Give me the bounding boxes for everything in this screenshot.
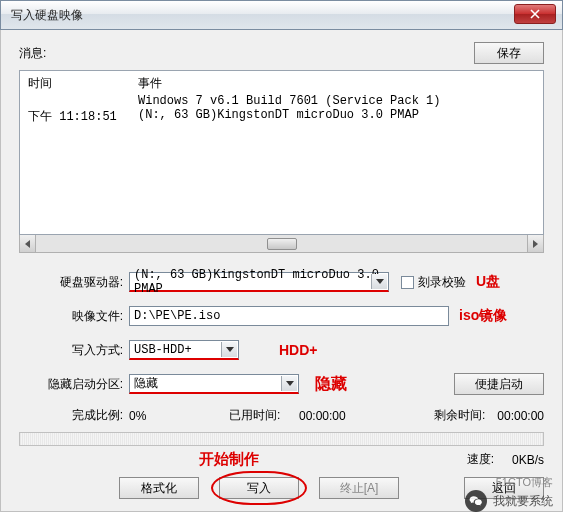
chevron-left-icon [25, 240, 30, 248]
verify-label: 刻录校验 [418, 274, 466, 291]
image-label: 映像文件: [19, 308, 129, 325]
chevron-down-icon [226, 347, 234, 352]
annotation-iso: iso镜像 [459, 307, 507, 325]
close-button[interactable] [514, 4, 556, 24]
scroll-left-button[interactable] [20, 235, 36, 252]
quick-boot-button[interactable]: 便捷启动 [454, 373, 544, 395]
log-col-event: 事件 [138, 75, 162, 92]
image-path-value: D:\PE\PE.iso [134, 309, 220, 323]
watermark-wechat: 我就要系统 [465, 490, 553, 512]
image-path-field[interactable]: D:\PE\PE.iso [129, 306, 449, 326]
remaining-label: 剩余时间: [434, 407, 485, 424]
dropdown-arrow[interactable] [281, 376, 297, 391]
close-icon [530, 9, 540, 19]
messages-label: 消息: [19, 45, 46, 62]
write-mode-value: USB-HDD+ [134, 343, 192, 357]
elapsed-label: 已用时间: [229, 407, 280, 424]
annotation-start: 开始制作 [199, 450, 259, 469]
speed-label: 速度: [467, 451, 494, 468]
log-event: (N:, 63 GB)KingstonDT microDuo 3.0 PMAP [138, 108, 419, 125]
annotation-hdd: HDD+ [279, 342, 318, 358]
format-button[interactable]: 格式化 [119, 477, 199, 499]
verify-checkbox[interactable] [401, 276, 414, 289]
scroll-thumb[interactable] [267, 238, 297, 250]
verify-checkbox-wrap[interactable]: 刻录校验 [401, 274, 466, 291]
write-mode-select[interactable]: USB-HDD+ [129, 340, 239, 360]
dialog-content: 消息: 保存 时间 事件 Windows 7 v6.1 Build 7601 (… [0, 30, 563, 512]
chevron-down-icon [376, 279, 384, 284]
log-time [28, 94, 138, 108]
chevron-down-icon [286, 381, 294, 386]
log-header: 时间 事件 [28, 75, 535, 94]
drive-value: (N:, 63 GB)KingstonDT microDuo 3.0 PMAP [134, 268, 388, 296]
mode-label: 写入方式: [19, 342, 129, 359]
hidden-partition-value: 隐藏 [134, 375, 158, 392]
log-col-time: 时间 [28, 75, 138, 92]
abort-button: 终止[A] [319, 477, 399, 499]
log-time: 下午 11:18:51 [28, 108, 138, 125]
scroll-right-button[interactable] [527, 235, 543, 252]
save-button[interactable]: 保存 [474, 42, 544, 64]
log-event: Windows 7 v6.1 Build 7601 (Service Pack … [138, 94, 440, 108]
partition-label: 隐藏启动分区: [19, 376, 129, 393]
annotation-hide: 隐藏 [315, 374, 347, 395]
log-scrollbar[interactable] [19, 235, 544, 253]
write-button[interactable]: 写入 [219, 477, 299, 499]
log-row: 下午 11:18:51 (N:, 63 GB)KingstonDT microD… [28, 108, 535, 125]
window-title: 写入硬盘映像 [11, 7, 83, 24]
speed-value: 0KB/s [512, 453, 544, 467]
drive-select[interactable]: (N:, 63 GB)KingstonDT microDuo 3.0 PMAP [129, 272, 389, 292]
progress-bar [19, 432, 544, 446]
log-panel: 时间 事件 Windows 7 v6.1 Build 7601 (Service… [19, 70, 544, 235]
hidden-partition-select[interactable]: 隐藏 [129, 374, 299, 394]
dropdown-arrow[interactable] [221, 342, 237, 357]
progress-label: 完成比例: [19, 407, 129, 424]
dropdown-arrow[interactable] [371, 274, 387, 289]
progress-value: 0% [129, 409, 146, 423]
chevron-right-icon [533, 240, 538, 248]
annotation-usb: U盘 [476, 273, 500, 291]
drive-label: 硬盘驱动器: [19, 274, 129, 291]
log-row: Windows 7 v6.1 Build 7601 (Service Pack … [28, 94, 535, 108]
write-button-highlight: 写入 [219, 477, 299, 499]
remaining-value: 00:00:00 [497, 409, 544, 423]
titlebar: 写入硬盘映像 [0, 0, 563, 30]
wechat-icon [465, 490, 487, 512]
elapsed-value: 00:00:00 [299, 409, 346, 423]
watermark-blog: 51CTO博客 [496, 475, 553, 490]
